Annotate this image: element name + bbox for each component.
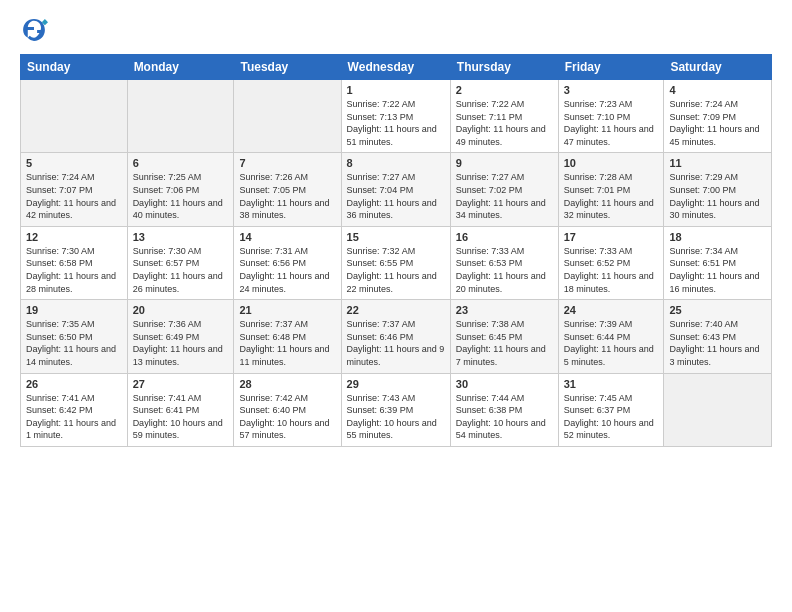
day-number: 26 <box>26 378 122 390</box>
weekday-header-thursday: Thursday <box>450 55 558 80</box>
day-cell: 25Sunrise: 7:40 AMSunset: 6:43 PMDayligh… <box>664 300 772 373</box>
day-info: Sunrise: 7:44 AMSunset: 6:38 PMDaylight:… <box>456 392 553 442</box>
weekday-header-wednesday: Wednesday <box>341 55 450 80</box>
day-info: Sunrise: 7:24 AMSunset: 7:09 PMDaylight:… <box>669 98 766 148</box>
header <box>20 16 772 44</box>
day-info: Sunrise: 7:34 AMSunset: 6:51 PMDaylight:… <box>669 245 766 295</box>
day-info: Sunrise: 7:31 AMSunset: 6:56 PMDaylight:… <box>239 245 335 295</box>
day-cell: 22Sunrise: 7:37 AMSunset: 6:46 PMDayligh… <box>341 300 450 373</box>
day-cell: 26Sunrise: 7:41 AMSunset: 6:42 PMDayligh… <box>21 373 128 446</box>
week-row-3: 12Sunrise: 7:30 AMSunset: 6:58 PMDayligh… <box>21 226 772 299</box>
week-row-5: 26Sunrise: 7:41 AMSunset: 6:42 PMDayligh… <box>21 373 772 446</box>
day-number: 1 <box>347 84 445 96</box>
day-number: 30 <box>456 378 553 390</box>
day-cell: 2Sunrise: 7:22 AMSunset: 7:11 PMDaylight… <box>450 80 558 153</box>
day-info: Sunrise: 7:30 AMSunset: 6:58 PMDaylight:… <box>26 245 122 295</box>
day-number: 15 <box>347 231 445 243</box>
day-cell: 21Sunrise: 7:37 AMSunset: 6:48 PMDayligh… <box>234 300 341 373</box>
day-info: Sunrise: 7:37 AMSunset: 6:46 PMDaylight:… <box>347 318 445 368</box>
day-number: 4 <box>669 84 766 96</box>
day-info: Sunrise: 7:39 AMSunset: 6:44 PMDaylight:… <box>564 318 659 368</box>
day-number: 7 <box>239 157 335 169</box>
day-cell: 28Sunrise: 7:42 AMSunset: 6:40 PMDayligh… <box>234 373 341 446</box>
day-cell: 9Sunrise: 7:27 AMSunset: 7:02 PMDaylight… <box>450 153 558 226</box>
day-number: 14 <box>239 231 335 243</box>
weekday-header-saturday: Saturday <box>664 55 772 80</box>
logo-icon <box>20 16 48 44</box>
day-info: Sunrise: 7:41 AMSunset: 6:42 PMDaylight:… <box>26 392 122 442</box>
day-info: Sunrise: 7:30 AMSunset: 6:57 PMDaylight:… <box>133 245 229 295</box>
day-cell <box>21 80 128 153</box>
day-info: Sunrise: 7:28 AMSunset: 7:01 PMDaylight:… <box>564 171 659 221</box>
week-row-2: 5Sunrise: 7:24 AMSunset: 7:07 PMDaylight… <box>21 153 772 226</box>
calendar-table: SundayMondayTuesdayWednesdayThursdayFrid… <box>20 54 772 447</box>
day-cell: 8Sunrise: 7:27 AMSunset: 7:04 PMDaylight… <box>341 153 450 226</box>
day-cell: 1Sunrise: 7:22 AMSunset: 7:13 PMDaylight… <box>341 80 450 153</box>
day-number: 21 <box>239 304 335 316</box>
day-number: 25 <box>669 304 766 316</box>
day-info: Sunrise: 7:22 AMSunset: 7:11 PMDaylight:… <box>456 98 553 148</box>
day-number: 11 <box>669 157 766 169</box>
day-info: Sunrise: 7:45 AMSunset: 6:37 PMDaylight:… <box>564 392 659 442</box>
day-number: 13 <box>133 231 229 243</box>
day-info: Sunrise: 7:22 AMSunset: 7:13 PMDaylight:… <box>347 98 445 148</box>
day-cell: 3Sunrise: 7:23 AMSunset: 7:10 PMDaylight… <box>558 80 664 153</box>
day-cell: 29Sunrise: 7:43 AMSunset: 6:39 PMDayligh… <box>341 373 450 446</box>
weekday-header-tuesday: Tuesday <box>234 55 341 80</box>
day-number: 16 <box>456 231 553 243</box>
day-info: Sunrise: 7:26 AMSunset: 7:05 PMDaylight:… <box>239 171 335 221</box>
day-cell <box>234 80 341 153</box>
day-number: 19 <box>26 304 122 316</box>
day-info: Sunrise: 7:37 AMSunset: 6:48 PMDaylight:… <box>239 318 335 368</box>
day-cell: 11Sunrise: 7:29 AMSunset: 7:00 PMDayligh… <box>664 153 772 226</box>
logo <box>20 16 52 44</box>
day-info: Sunrise: 7:32 AMSunset: 6:55 PMDaylight:… <box>347 245 445 295</box>
day-cell: 23Sunrise: 7:38 AMSunset: 6:45 PMDayligh… <box>450 300 558 373</box>
day-info: Sunrise: 7:42 AMSunset: 6:40 PMDaylight:… <box>239 392 335 442</box>
day-number: 31 <box>564 378 659 390</box>
day-cell: 18Sunrise: 7:34 AMSunset: 6:51 PMDayligh… <box>664 226 772 299</box>
day-cell: 10Sunrise: 7:28 AMSunset: 7:01 PMDayligh… <box>558 153 664 226</box>
day-cell: 19Sunrise: 7:35 AMSunset: 6:50 PMDayligh… <box>21 300 128 373</box>
day-info: Sunrise: 7:24 AMSunset: 7:07 PMDaylight:… <box>26 171 122 221</box>
day-cell: 15Sunrise: 7:32 AMSunset: 6:55 PMDayligh… <box>341 226 450 299</box>
weekday-header-monday: Monday <box>127 55 234 80</box>
day-cell: 4Sunrise: 7:24 AMSunset: 7:09 PMDaylight… <box>664 80 772 153</box>
day-number: 10 <box>564 157 659 169</box>
day-info: Sunrise: 7:33 AMSunset: 6:52 PMDaylight:… <box>564 245 659 295</box>
day-info: Sunrise: 7:27 AMSunset: 7:02 PMDaylight:… <box>456 171 553 221</box>
day-cell: 20Sunrise: 7:36 AMSunset: 6:49 PMDayligh… <box>127 300 234 373</box>
week-row-4: 19Sunrise: 7:35 AMSunset: 6:50 PMDayligh… <box>21 300 772 373</box>
day-number: 3 <box>564 84 659 96</box>
day-number: 6 <box>133 157 229 169</box>
day-info: Sunrise: 7:29 AMSunset: 7:00 PMDaylight:… <box>669 171 766 221</box>
day-info: Sunrise: 7:23 AMSunset: 7:10 PMDaylight:… <box>564 98 659 148</box>
day-info: Sunrise: 7:38 AMSunset: 6:45 PMDaylight:… <box>456 318 553 368</box>
day-cell: 6Sunrise: 7:25 AMSunset: 7:06 PMDaylight… <box>127 153 234 226</box>
weekday-header-row: SundayMondayTuesdayWednesdayThursdayFrid… <box>21 55 772 80</box>
day-cell <box>127 80 234 153</box>
day-cell: 14Sunrise: 7:31 AMSunset: 6:56 PMDayligh… <box>234 226 341 299</box>
day-cell: 5Sunrise: 7:24 AMSunset: 7:07 PMDaylight… <box>21 153 128 226</box>
day-info: Sunrise: 7:40 AMSunset: 6:43 PMDaylight:… <box>669 318 766 368</box>
day-number: 24 <box>564 304 659 316</box>
day-number: 8 <box>347 157 445 169</box>
day-cell <box>664 373 772 446</box>
day-cell: 17Sunrise: 7:33 AMSunset: 6:52 PMDayligh… <box>558 226 664 299</box>
page: SundayMondayTuesdayWednesdayThursdayFrid… <box>0 0 792 612</box>
day-info: Sunrise: 7:41 AMSunset: 6:41 PMDaylight:… <box>133 392 229 442</box>
day-number: 9 <box>456 157 553 169</box>
day-cell: 27Sunrise: 7:41 AMSunset: 6:41 PMDayligh… <box>127 373 234 446</box>
week-row-1: 1Sunrise: 7:22 AMSunset: 7:13 PMDaylight… <box>21 80 772 153</box>
day-number: 23 <box>456 304 553 316</box>
day-number: 20 <box>133 304 229 316</box>
day-number: 22 <box>347 304 445 316</box>
day-cell: 30Sunrise: 7:44 AMSunset: 6:38 PMDayligh… <box>450 373 558 446</box>
day-number: 2 <box>456 84 553 96</box>
day-info: Sunrise: 7:25 AMSunset: 7:06 PMDaylight:… <box>133 171 229 221</box>
day-cell: 16Sunrise: 7:33 AMSunset: 6:53 PMDayligh… <box>450 226 558 299</box>
day-number: 5 <box>26 157 122 169</box>
day-info: Sunrise: 7:35 AMSunset: 6:50 PMDaylight:… <box>26 318 122 368</box>
day-cell: 24Sunrise: 7:39 AMSunset: 6:44 PMDayligh… <box>558 300 664 373</box>
day-info: Sunrise: 7:36 AMSunset: 6:49 PMDaylight:… <box>133 318 229 368</box>
